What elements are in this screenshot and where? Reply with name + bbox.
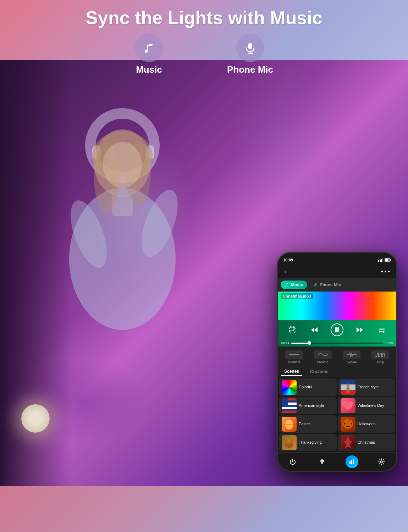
- music-bars-icon: [348, 458, 355, 465]
- scenes-grid: Colorful French style: [278, 377, 396, 452]
- music-toggle-icon: [285, 283, 289, 287]
- bulb-nav-button[interactable]: [316, 455, 329, 468]
- scene-thumb-valentine: [341, 398, 355, 413]
- music-icon-item: Music: [135, 34, 163, 75]
- scene-thumb-american: [282, 398, 297, 413]
- pause-button[interactable]: [331, 323, 343, 336]
- gradient-icon: [285, 350, 303, 359]
- music-toggle-bar: Music Phone Mic: [278, 278, 396, 292]
- music-note-icon: [143, 41, 155, 54]
- page-title: Sync the Lights with Music: [86, 7, 322, 28]
- scene-thumb-french: [341, 380, 355, 395]
- scene-name-easter: Easter: [299, 421, 310, 426]
- jump-label: Jump: [376, 360, 384, 364]
- scene-thumb-halloween: [341, 417, 355, 432]
- phone-mic-label: Phone Mic: [227, 64, 273, 75]
- more-options-button[interactable]: •••: [381, 268, 391, 276]
- american-thumb: [282, 398, 297, 413]
- scene-colorful[interactable]: Colorful: [279, 378, 337, 396]
- eiffel-icon: [341, 380, 355, 395]
- svg-rect-0: [248, 43, 252, 49]
- battery-icon: [385, 258, 391, 262]
- status-time: 10:09: [283, 258, 293, 262]
- progress-bar[interactable]: 00:14 03:20: [278, 339, 396, 347]
- heart-icon: [341, 398, 355, 413]
- forward-button[interactable]: [354, 324, 365, 336]
- progress-fill: [291, 343, 310, 344]
- power-nav-button[interactable]: [286, 455, 299, 468]
- pause-icon: [333, 326, 341, 333]
- svg-rect-26: [335, 327, 337, 332]
- thanksgiving-icon: [282, 435, 297, 450]
- music-nav-button[interactable]: [346, 455, 358, 468]
- settings-nav-button[interactable]: [375, 455, 388, 468]
- back-button[interactable]: ←: [283, 268, 290, 276]
- svg-rect-59: [351, 460, 352, 464]
- bulb-icon: [319, 458, 326, 465]
- scene-name-french-style: French style: [358, 384, 379, 389]
- svg-marker-28: [357, 327, 360, 332]
- scenes-tab[interactable]: Scenes: [281, 367, 302, 376]
- phone-mic-btn-label: Phone Mic: [320, 282, 341, 287]
- svg-marker-54: [343, 437, 353, 449]
- scene-easter[interactable]: Easter: [279, 415, 337, 433]
- gradient-effect-button[interactable]: Gradient: [285, 350, 303, 364]
- breathe-effect-button[interactable]: Breathe: [314, 350, 332, 364]
- svg-marker-25: [314, 327, 318, 332]
- svg-rect-17: [381, 259, 382, 262]
- twinkle-label: Twinkle: [346, 360, 357, 364]
- svg-rect-27: [337, 327, 339, 332]
- svg-marker-33: [383, 331, 385, 333]
- progress-thumb[interactable]: [308, 341, 311, 345]
- svg-rect-42: [282, 398, 288, 405]
- repeat-button[interactable]: [287, 324, 298, 336]
- person-illustration: [28, 74, 234, 465]
- svg-rect-16: [380, 260, 381, 262]
- gradient-wave-icon: [289, 352, 299, 358]
- music-toggle-button[interactable]: Music: [281, 281, 307, 289]
- customs-tab[interactable]: Customs: [307, 368, 331, 376]
- twinkle-effect-button[interactable]: Twinkle: [343, 350, 360, 364]
- song-name: Christmas.mp3: [281, 293, 313, 299]
- scene-thumb-easter: [282, 417, 297, 432]
- jump-effect-button[interactable]: Jump: [371, 350, 389, 364]
- icons-row: Music Phone Mic: [135, 34, 273, 75]
- scene-thumb-colorful: [282, 380, 297, 395]
- scene-name-thanksgiving: Thanksgiving: [299, 440, 322, 445]
- phone-nav-bar: ← •••: [278, 265, 396, 278]
- twinkle-wave-icon: [346, 352, 357, 358]
- svg-point-55: [320, 459, 324, 463]
- svg-rect-58: [349, 461, 351, 464]
- playlist-button[interactable]: [376, 324, 387, 336]
- progress-track[interactable]: [291, 343, 383, 344]
- svg-point-61: [380, 461, 382, 463]
- scene-name-valentines-day: Valentine's Day: [358, 403, 384, 408]
- color-gradient-bar: Christmas.mp3: [278, 292, 396, 320]
- music-btn-label: Music: [291, 282, 303, 287]
- scene-valentines-day[interactable]: Valentine's Day: [338, 397, 396, 414]
- svg-rect-57: [321, 464, 323, 464]
- phone-notch: [316, 253, 358, 261]
- effects-row: Gradient Breathe T: [278, 347, 396, 366]
- scene-french-style[interactable]: French style: [338, 378, 396, 396]
- microphone-icon: [244, 41, 257, 54]
- scene-christmas[interactable]: Christmas: [338, 434, 396, 451]
- scene-name-american-style: American style: [299, 403, 324, 408]
- rewind-button[interactable]: [309, 324, 320, 336]
- svg-rect-60: [353, 459, 354, 464]
- scene-thanksgiving[interactable]: Thanksgiving: [279, 434, 337, 451]
- phone-mic-toggle-button[interactable]: Phone Mic: [309, 281, 345, 289]
- power-icon: [289, 458, 296, 465]
- christmas-icon: [341, 435, 355, 450]
- photo-section: 10:09 ← •: [0, 60, 408, 486]
- scene-halloween[interactable]: Halloween: [338, 415, 396, 433]
- breathe-wave-icon: [318, 352, 328, 358]
- scene-name-halloween: Halloween: [358, 421, 376, 426]
- scene-american-style[interactable]: American style: [279, 397, 337, 414]
- music-icon-circle: [135, 34, 163, 62]
- mic-toggle-icon: [314, 283, 318, 287]
- status-icons: [378, 258, 391, 262]
- bottom-strip: [0, 486, 408, 532]
- svg-rect-15: [378, 260, 379, 262]
- gradient-label: Gradient: [288, 360, 300, 364]
